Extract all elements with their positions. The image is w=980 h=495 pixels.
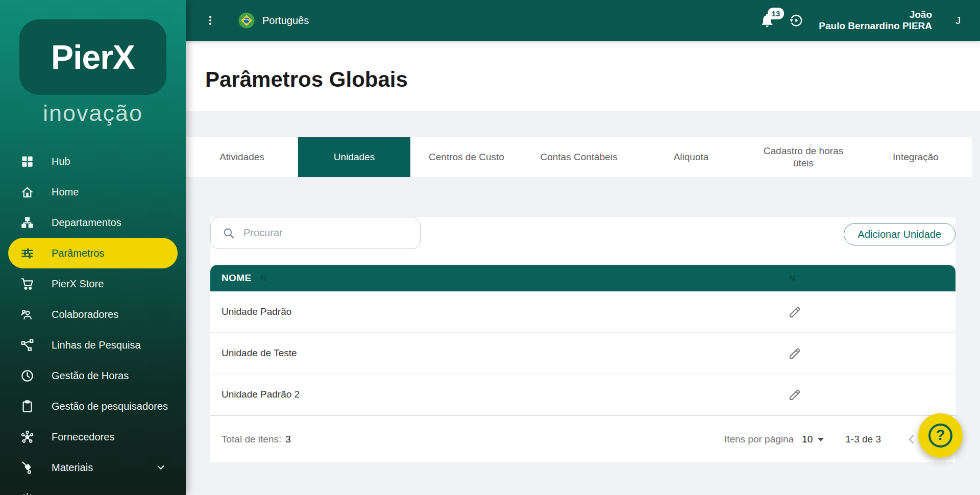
edit-button[interactable] (788, 304, 803, 319)
add-unit-button[interactable]: Adicionar Unidade (844, 223, 955, 245)
unit-name: Unidade Padrão (210, 306, 785, 317)
total-items-value: 3 (285, 434, 291, 445)
sidebar-item-pierx-store[interactable]: PierX Store (0, 268, 186, 299)
chevron-down-icon (155, 462, 166, 473)
top-bar: Português 13 João Paulo Bernardino PIERA… (186, 0, 980, 41)
sidebar-item-label: Hub (52, 156, 70, 167)
sidebar-item-label: Home (52, 186, 79, 198)
tab-unidades[interactable]: Unidades (298, 137, 410, 177)
sidebar-item-parametros[interactable]: Parâmetros (8, 238, 178, 268)
tab-contas-contabeis[interactable]: Contas Contábeis (523, 137, 635, 177)
brand-logo-text: PierX (51, 38, 135, 77)
page-range: 1-3 de 3 (845, 434, 881, 445)
tab-centros-de-custo[interactable]: Centros de Custo (410, 137, 523, 177)
sidebar-item-gestao-de-pesquisadores[interactable]: Gestão de pesquisadores (0, 391, 186, 422)
gear-icon (20, 491, 34, 495)
search-input[interactable] (243, 227, 409, 239)
sidebar-nav: Hub Home Departamentos Parâmetros PierX (0, 146, 186, 495)
user-name-line1: João (819, 9, 932, 20)
sidebar-item-label: Gestão de pesquisadores (52, 401, 168, 412)
items-per-page-select[interactable]: 10 (802, 434, 824, 445)
sidebar-item-linhas-de-pesquisa[interactable]: Linhas de Pesquisa (0, 330, 186, 360)
brand-logo: PierX (19, 19, 166, 95)
sidebar-item-label: Departamentos (52, 217, 121, 229)
sort-icon[interactable] (787, 273, 798, 284)
content-card: Adicionar Unidade NOME Unidade Padrão Un… (210, 217, 955, 462)
notifications-badge: 13 (768, 8, 785, 19)
search-icon (222, 227, 235, 240)
sidebar: PierX inovação Hub Home Departamentos (0, 0, 186, 495)
sidebar-item-fornecedores[interactable]: Fornecedores (0, 422, 186, 452)
notifications-button[interactable]: 13 (760, 13, 775, 28)
table-row: Unidade Padrão 2 (210, 374, 955, 415)
sidebar-item-gestao-de-horas[interactable]: Gestão de Horas (0, 360, 186, 391)
hub-grid-icon (20, 155, 34, 168)
sidebar-item-label: Colaboradores (52, 309, 118, 320)
tab-cadastro-de-horas-uteis[interactable]: Cadastro de horas úteis (747, 137, 860, 177)
unit-name: Unidade de Teste (210, 348, 785, 359)
sidebar-item-label: Gestão de Horas (52, 370, 129, 382)
sidebar-item-home[interactable]: Home (0, 177, 186, 207)
table-header: NOME (210, 265, 955, 291)
clipboard-icon (20, 400, 34, 413)
tab-aliquota[interactable]: Aliquota (635, 137, 747, 177)
brand-tagline: inovação (0, 100, 186, 127)
sidebar-item-label: PierX Store (52, 278, 104, 290)
history-restore-icon[interactable] (788, 12, 804, 29)
previous-page-button[interactable] (904, 432, 919, 447)
people-icon (20, 308, 34, 321)
sidebar-item-label: Fornecedores (52, 431, 114, 443)
table-row: Unidade de Teste (210, 333, 955, 374)
table-row: Unidade Padrão (210, 291, 955, 333)
column-header-nome: NOME (222, 273, 252, 284)
search-box (210, 217, 421, 249)
sidebar-item-label: Materiais (52, 462, 93, 474)
home-icon (20, 185, 34, 199)
sidebar-item-label: Parâmetros (52, 247, 104, 259)
table-footer: Total de itens: 3 Itens por página 10 1-… (210, 415, 955, 462)
page-title: Parâmetros Globais (205, 67, 408, 92)
items-per-page-label: Itens por página (724, 434, 794, 445)
kebab-menu-icon[interactable] (205, 13, 215, 28)
tab-strip: Atividades Unidades Centros de Custo Con… (186, 137, 972, 177)
trolley-icon (20, 461, 34, 475)
sidebar-item-departamentos[interactable]: Departamentos (0, 207, 186, 238)
shopping-cart-icon (20, 277, 34, 291)
polyline-network-icon (20, 338, 34, 352)
language-label: Português (262, 15, 309, 27)
unit-name: Unidade Padrão 2 (210, 389, 785, 400)
edit-button[interactable] (788, 387, 803, 402)
sidebar-item-colaboradores[interactable]: Colaboradores (0, 299, 186, 330)
sidebar-item-materiais[interactable]: Materiais (0, 452, 186, 483)
caret-down-icon (818, 438, 824, 441)
title-band: Parâmetros Globais (186, 41, 980, 111)
sidebar-item-settings-partial[interactable] (0, 483, 186, 495)
clock-icon (20, 369, 34, 383)
brazil-flag-icon (238, 12, 255, 29)
org-tree-icon (20, 216, 34, 230)
tab-integracao[interactable]: Integração (860, 137, 972, 177)
help-question-icon: ? (928, 424, 952, 448)
sort-icon[interactable] (258, 273, 269, 284)
avatar[interactable]: J (955, 15, 961, 27)
user-menu[interactable]: João Paulo Bernardino PIERA (819, 9, 932, 32)
tune-sliders-icon (20, 246, 34, 260)
user-name-line2: Paulo Bernardino PIERA (819, 20, 932, 32)
help-button[interactable]: ? (918, 413, 963, 458)
table-toolbar: Adicionar Unidade (210, 217, 955, 265)
tab-atividades[interactable]: Atividades (186, 137, 298, 177)
sidebar-item-hub[interactable]: Hub (0, 146, 186, 177)
edit-button[interactable] (788, 345, 803, 361)
hub-network-icon (20, 430, 34, 444)
total-items-label: Total de itens: (222, 434, 281, 445)
language-selector[interactable]: Português (238, 12, 309, 29)
sidebar-item-label: Linhas de Pesquisa (52, 339, 141, 351)
items-per-page-value: 10 (802, 434, 813, 445)
